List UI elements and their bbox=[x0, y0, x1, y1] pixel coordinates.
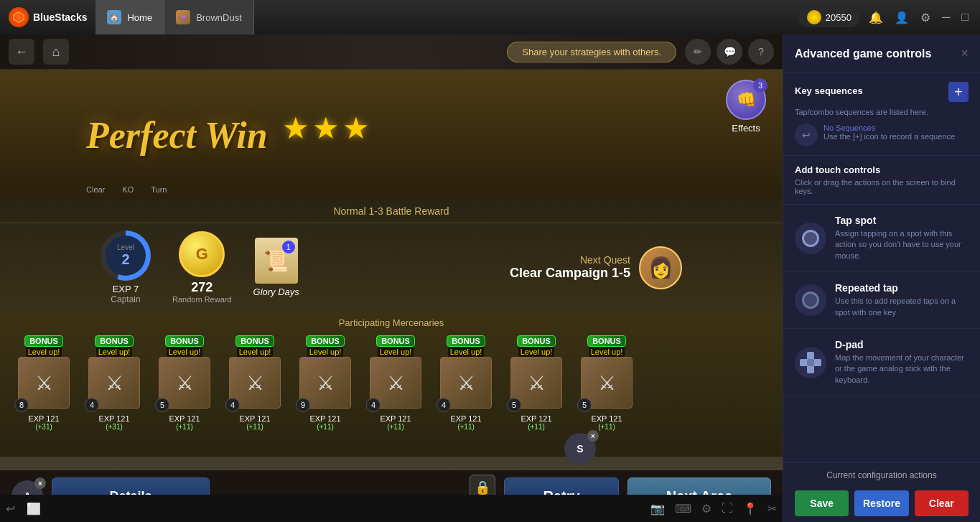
tap-spot-name: Tap spot bbox=[835, 215, 969, 226]
merc-item-3: BONUS Level up! ⚔ 4 EXP 121 (+11) bbox=[223, 335, 287, 431]
tab-home[interactable]: 🏠 Home bbox=[95, 0, 164, 34]
keyboard-icon[interactable]: ⌨ bbox=[675, 502, 691, 516]
merc-level-8: 5 bbox=[577, 398, 592, 412]
nq-title: Next Quest bbox=[510, 254, 630, 266]
square-icon[interactable]: ⬜ bbox=[27, 502, 41, 516]
home-button[interactable]: ⌂ bbox=[43, 39, 69, 65]
back-button[interactable]: ← bbox=[9, 39, 34, 65]
merc-item-8: BONUS Level up! ⚔ 5 EXP 121 (+11) bbox=[574, 335, 639, 431]
game-icon: 👾 bbox=[176, 10, 190, 24]
levelup-0: Level up! bbox=[26, 347, 62, 357]
levelup-6: Level up! bbox=[448, 347, 485, 357]
merc-avatar-1[interactable]: ⚔ 4 bbox=[88, 357, 140, 409]
repeated-tap-item[interactable]: Repeated tap Use this to add repeated ta… bbox=[783, 272, 980, 329]
dpad-icon bbox=[800, 352, 821, 373]
tap-spot-desc: Assign tapping on a spot with this actio… bbox=[835, 228, 969, 261]
merc-exp-bonus-8: (+11) bbox=[598, 423, 615, 431]
coin-reward-label: Random Reward bbox=[172, 295, 232, 304]
tools-icon[interactable]: ✂ bbox=[767, 502, 777, 516]
reward-level: Level 2 EXP 7 Captain bbox=[101, 230, 151, 304]
reward-items: Level 2 EXP 7 Captain G 272 Random Rewar… bbox=[0, 223, 783, 312]
merc-avatar-0[interactable]: ⚔ 8 bbox=[18, 357, 70, 409]
exp-text: EXP 7 bbox=[113, 284, 139, 294]
game-area: ← ⌂ Share your strategies with others. ✏… bbox=[0, 34, 783, 522]
level-num: 2 bbox=[121, 251, 129, 268]
home-icon: 🏠 bbox=[107, 10, 121, 24]
tap-spot-item[interactable]: Tap spot Assign tapping on a spot with t… bbox=[783, 205, 980, 272]
panel-title: Advanced game controls bbox=[795, 47, 931, 60]
merc-avatar-7[interactable]: ⚔ 5 bbox=[510, 357, 562, 409]
effects-badge: 3 bbox=[753, 78, 767, 93]
dpad-name: D-pad bbox=[835, 339, 969, 350]
reward-scroll: 📜 1 Glory Days bbox=[253, 238, 299, 297]
star-3: ★ bbox=[342, 111, 370, 146]
dpad-desc: Map the movement of your character or th… bbox=[835, 353, 969, 386]
chat-icon-btn[interactable]: 💬 bbox=[717, 39, 742, 65]
profile-icon[interactable]: 👤 bbox=[895, 11, 909, 24]
screenshot-icon[interactable]: 📷 bbox=[650, 502, 665, 516]
effects-button[interactable]: 👊 3 Effects bbox=[721, 74, 771, 139]
help-icon-btn[interactable]: ? bbox=[748, 39, 774, 65]
merc-exp-bonus-3: (+11) bbox=[246, 423, 263, 431]
bonus-badge-8: BONUS bbox=[587, 335, 626, 347]
merc-exp-8: EXP 121 bbox=[591, 414, 622, 423]
merc-exp-bonus-5: (+11) bbox=[387, 423, 404, 431]
merc-level-3: 4 bbox=[225, 398, 240, 412]
scroll-count: 1 bbox=[282, 241, 295, 253]
tap-spot-circle bbox=[795, 223, 826, 254]
add-sequence-button[interactable]: + bbox=[948, 82, 969, 102]
merc-avatar-8[interactable]: ⚔ 5 bbox=[581, 357, 633, 409]
avatar-a-close[interactable]: × bbox=[34, 477, 46, 489]
panel-close-button[interactable]: × bbox=[961, 46, 969, 61]
battle-reward: Normal 1-3 Battle Reward Level 2 EXP 7 C… bbox=[0, 200, 783, 314]
coin-icon bbox=[807, 10, 821, 24]
merc-item-5: BONUS Level up! ⚔ 4 EXP 121 (+11) bbox=[363, 335, 428, 431]
perfect-win-area: Perfect Win ★ ★ ★ Clear KO Turn bbox=[0, 70, 783, 200]
location-icon[interactable]: 📍 bbox=[743, 502, 757, 516]
no-sequences-hint: Use the [+] icon to record a sequence bbox=[823, 132, 955, 141]
merc-exp-bonus-7: (+11) bbox=[528, 423, 545, 431]
notification-icon[interactable]: 🔔 bbox=[869, 11, 883, 24]
no-sequences-icon: ↩ bbox=[795, 123, 818, 146]
merc-item-6: BONUS Level up! ⚔ 4 EXP 121 (+11) bbox=[434, 335, 498, 431]
level-text: Level bbox=[117, 243, 134, 251]
merc-item-0: BONUS Level up! ⚔ 8 EXP 121 (+31) bbox=[11, 335, 76, 431]
settings-icon[interactable]: ⚙ bbox=[920, 11, 930, 24]
save-button[interactable]: Save bbox=[795, 490, 849, 516]
maximize-icon[interactable]: □ bbox=[961, 11, 969, 24]
avatar-s[interactable]: S × bbox=[564, 433, 596, 465]
minimize-icon[interactable]: ─ bbox=[942, 11, 950, 24]
repeated-tap-icon bbox=[802, 292, 819, 309]
merc-exp-4: EXP 121 bbox=[309, 414, 340, 423]
reward-coin: G 272 Random Reward bbox=[172, 231, 232, 304]
merc-item-1: BONUS Level up! ⚔ 4 EXP 121 (+31) bbox=[82, 335, 146, 431]
clear-button[interactable]: Clear bbox=[915, 490, 969, 516]
scroll-icon: 📜 1 bbox=[255, 238, 298, 284]
effects-label: Effects bbox=[732, 123, 760, 134]
coin-amount: 20550 bbox=[826, 12, 851, 23]
merc-exp-bonus-6: (+11) bbox=[457, 423, 475, 431]
merc-avatar-4[interactable]: ⚔ 9 bbox=[299, 357, 351, 409]
repeated-tap-desc: Use this to add repeated taps on a spot … bbox=[835, 296, 969, 318]
perfect-win-text: Perfect Win bbox=[0, 114, 268, 157]
fullscreen-icon[interactable]: ⛶ bbox=[722, 502, 733, 516]
levelup-3: Level up! bbox=[237, 347, 274, 357]
repeated-tap-name: Repeated tap bbox=[835, 282, 969, 294]
settings2-icon[interactable]: ⚙ bbox=[701, 502, 711, 516]
avatar-s-close[interactable]: × bbox=[587, 430, 599, 442]
next-quest: Next Quest Clear Campaign 1-5 👩 bbox=[510, 246, 682, 289]
config-title: Current configuration actions bbox=[783, 463, 980, 485]
restore-button[interactable]: Restore bbox=[854, 490, 908, 516]
merc-avatar-5[interactable]: ⚔ 4 bbox=[370, 357, 421, 409]
merc-avatar-3[interactable]: ⚔ 4 bbox=[229, 357, 281, 409]
merc-avatar-2[interactable]: ⚔ 5 bbox=[159, 357, 210, 409]
dpad-item[interactable]: D-pad Map the movement of your character… bbox=[783, 329, 980, 396]
merc-level-5: 4 bbox=[366, 398, 381, 412]
dpad-circle bbox=[795, 347, 826, 378]
edit-icon-btn[interactable]: ✏ bbox=[685, 39, 711, 65]
back-icon[interactable]: ↩ bbox=[6, 502, 15, 516]
tab-game[interactable]: 👾 BrownDust bbox=[164, 0, 254, 34]
key-sequences-section: Key sequences + Tap/combo sequences are … bbox=[783, 73, 980, 156]
levelup-7: Level up! bbox=[518, 347, 555, 357]
merc-avatar-6[interactable]: ⚔ 4 bbox=[440, 357, 492, 409]
